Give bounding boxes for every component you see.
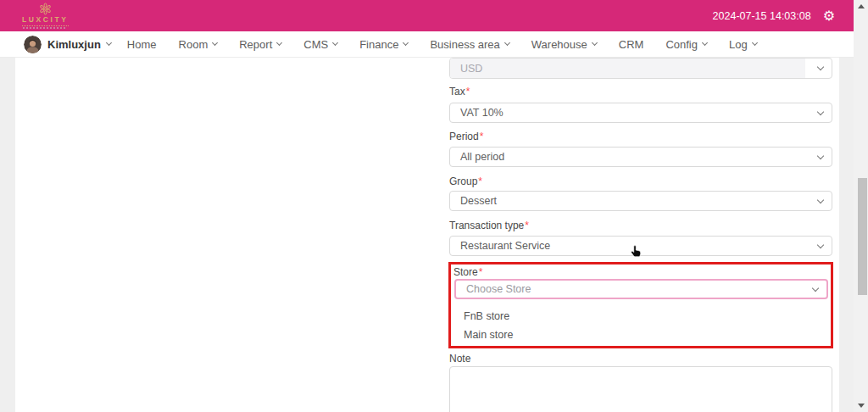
store-option-main[interactable]: Main store bbox=[452, 326, 830, 344]
group-select-value: Dessert bbox=[460, 195, 818, 207]
nav-item-report[interactable]: Report bbox=[228, 38, 292, 51]
group-select[interactable]: Dessert bbox=[449, 191, 832, 211]
topbar: LUXCITY 2024-07-15 14:03:08 ⚙ bbox=[0, 0, 854, 31]
nav-item-cms[interactable]: CMS bbox=[292, 38, 348, 51]
nav-item-config[interactable]: Config bbox=[654, 38, 718, 51]
store-select[interactable]: Choose Store bbox=[454, 279, 828, 299]
nav-item-room[interactable]: Room bbox=[168, 38, 229, 51]
chevron-down-icon bbox=[592, 40, 598, 46]
nav-item-warehouse[interactable]: Warehouse bbox=[520, 38, 608, 51]
currency-select-value: USD bbox=[450, 63, 818, 75]
main-navbar: Kimluxjun Home Room Report CMS Finance B… bbox=[0, 31, 854, 58]
nav-item-finance[interactable]: Finance bbox=[348, 38, 419, 51]
nav-item-home[interactable]: Home bbox=[116, 38, 168, 51]
scrollbar-down-arrow[interactable] bbox=[854, 399, 868, 412]
vertical-scrollbar[interactable] bbox=[854, 0, 868, 412]
app-screen: LUXCITY 2024-07-15 14:03:08 ⚙ Kimluxjun … bbox=[0, 0, 868, 412]
chevron-down-icon bbox=[817, 241, 824, 248]
user-menu[interactable]: Kimluxjun bbox=[24, 36, 111, 53]
chevron-down-icon bbox=[403, 40, 409, 46]
transaction-type-select[interactable]: Restaurant Service bbox=[449, 236, 832, 256]
transaction-type-select-value: Restaurant Service bbox=[460, 240, 818, 252]
nav-item-crm[interactable]: CRM bbox=[608, 38, 655, 51]
nav-item-business-area[interactable]: Business area bbox=[419, 38, 520, 51]
period-select[interactable]: All period bbox=[449, 147, 832, 167]
store-select-placeholder: Choose Store bbox=[466, 283, 813, 295]
user-avatar bbox=[24, 36, 42, 53]
required-asterisk: * bbox=[466, 86, 470, 97]
triangle-down-icon bbox=[858, 404, 865, 408]
field-label-group: Group* bbox=[449, 175, 482, 187]
nav-items: Home Room Report CMS Finance Business ar… bbox=[116, 38, 768, 51]
user-name: Kimluxjun bbox=[47, 38, 101, 51]
chevron-down-icon bbox=[504, 40, 510, 46]
chevron-down-icon bbox=[702, 40, 708, 46]
datetime-display: 2024-07-15 14:03:08 bbox=[713, 10, 811, 22]
field-label-tax: Tax* bbox=[449, 86, 470, 97]
note-textarea[interactable] bbox=[449, 366, 832, 412]
chevron-down-icon bbox=[106, 40, 112, 46]
scrollbar-thumb[interactable] bbox=[858, 178, 867, 295]
required-asterisk: * bbox=[525, 220, 529, 231]
required-asterisk: * bbox=[479, 266, 483, 278]
chevron-down-icon bbox=[332, 40, 338, 46]
chevron-down-icon bbox=[817, 196, 824, 203]
nav-item-log[interactable]: Log bbox=[718, 38, 768, 51]
chevron-down-icon bbox=[817, 152, 824, 159]
currency-select: USD bbox=[449, 58, 832, 79]
required-asterisk: * bbox=[480, 131, 484, 142]
chevron-down-icon bbox=[817, 108, 824, 114]
brand-tagline bbox=[23, 27, 67, 29]
store-option-fnb[interactable]: FnB store bbox=[452, 307, 830, 326]
period-select-value: All period bbox=[460, 151, 818, 163]
triangle-up-icon bbox=[858, 4, 865, 8]
flower-logo-icon bbox=[39, 3, 52, 15]
field-label-transaction-type: Transaction type* bbox=[449, 220, 529, 231]
chevron-down-icon bbox=[812, 284, 819, 291]
settings-gear-icon[interactable]: ⚙ bbox=[823, 9, 835, 23]
required-asterisk: * bbox=[478, 175, 482, 187]
tax-select[interactable]: VAT 10% bbox=[449, 103, 832, 123]
chevron-down-icon bbox=[276, 40, 282, 46]
tax-select-value: VAT 10% bbox=[460, 107, 818, 119]
field-label-note: Note bbox=[449, 353, 470, 365]
scrollbar-up-arrow[interactable] bbox=[854, 0, 868, 13]
chevron-down-icon bbox=[752, 40, 758, 46]
field-label-period: Period* bbox=[449, 131, 483, 142]
brand-name: LUXCITY bbox=[22, 16, 69, 26]
topbar-right: 2024-07-15 14:03:08 ⚙ bbox=[713, 9, 835, 23]
chevron-down-icon bbox=[212, 40, 218, 46]
chevron-down-icon bbox=[817, 64, 824, 70]
field-label-store: Store* bbox=[453, 266, 482, 278]
brand-logo[interactable]: LUXCITY bbox=[22, 3, 69, 29]
